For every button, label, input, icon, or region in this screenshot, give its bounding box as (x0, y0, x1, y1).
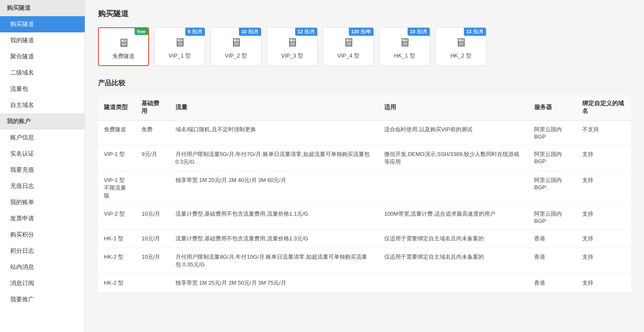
tunnel-card-3[interactable]: 12 元/月🖥VIP_3 型 (267, 27, 318, 66)
table-header-绑定自定义的域名: 绑定自定义的域名 (576, 95, 631, 121)
table-cell-5-3: 仅适用于需要绑定自主域名且尚未备案的 (378, 248, 528, 274)
table-row: VIP-1 型 不限流量版独享带宽 1M 20元/月 2M 40元/月 3M 6… (98, 171, 631, 205)
main-content: 购买隧道 free🖥免费隧道9 元/月🖥VIP_1 型10 元/月🖥VIP_2 … (85, 0, 644, 332)
table-cell-5-5: 支持 (576, 248, 631, 274)
table-cell-2-1 (135, 171, 169, 205)
table-cell-2-2: 独享带宽 1M 20元/月 2M 40元/月 3M 60元/月 (170, 171, 378, 205)
tunnel-card-4[interactable]: 120 元/年🖥VIP_4 型 (323, 27, 374, 66)
table-cell-2-3 (378, 171, 528, 205)
tunnel-card-name-1: VIP_1 型 (158, 52, 201, 60)
tunnel-card-name-6: HK_2 型 (439, 52, 483, 60)
table-cell-1-0: VIP-1 型 (98, 145, 135, 171)
tunnel-card-icon-0: 🖥 (102, 36, 145, 50)
table-cell-6-3 (378, 274, 528, 292)
table-header-适用: 适用 (378, 95, 528, 121)
table-cell-4-0: HK-1 型 (98, 230, 135, 248)
sidebar-item-二级域名[interactable]: 二级域名 (0, 65, 85, 81)
table-row: HK-1 型10元/月流量计费型,基础费用不包含流量费用,流量价格1.3元/G仅… (98, 230, 631, 248)
tunnel-card-name-3: VIP_3 型 (270, 52, 314, 60)
sidebar-item-消息订阅[interactable]: 消息订阅 (0, 275, 85, 292)
tunnel-card-badge-5: 10 元/月 (408, 28, 430, 36)
tunnel-card-2[interactable]: 10 元/月🖥VIP_2 型 (210, 27, 262, 66)
table-cell-4-3: 仅适用于需要绑定自主域名且尚未备案的 (378, 230, 528, 248)
sidebar-section-account: 我的账户 (0, 113, 85, 130)
tunnel-card-name-5: HK_1 型 (383, 52, 426, 60)
table-cell-3-2: 流量计费型,基础费用不包含流量费用,流量价格1.1元/G (170, 205, 378, 230)
sidebar-item-购买隧道[interactable]: 购买隧道 (0, 16, 85, 32)
page-title: 购买隧道 (98, 9, 631, 19)
tunnel-card-icon-3: 🖥 (270, 35, 314, 49)
sidebar-item-积分日志[interactable]: 积分日志 (0, 243, 85, 259)
sidebar-item-站内消息[interactable]: 站内消息 (0, 259, 85, 275)
table-cell-1-4: 阿里云国内BGP (528, 145, 576, 171)
table-cell-6-2: 独享带宽 1M 25元/月 2M 50元/月 3M 75元/月 (170, 274, 378, 292)
table-row: HK-2 型独享带宽 1M 25元/月 2M 50元/月 3M 75元/月香港支… (98, 274, 631, 292)
table-cell-5-2: 月付用户限制流量8G/月,年付10G/月.账单日流量清零,如超流量可单独购买流量… (170, 248, 378, 274)
tunnel-card-icon-5: 🖥 (383, 35, 426, 49)
sidebar-item-实名认证[interactable]: 实名认证 (0, 146, 85, 162)
tunnel-card-name-2: VIP_2 型 (214, 52, 258, 60)
tunnel-cards: free🖥免费隧道9 元/月🖥VIP_1 型10 元/月🖥VIP_2 型12 元… (98, 27, 631, 66)
table-cell-6-0: HK-2 型 (98, 274, 135, 292)
tunnel-card-6[interactable]: 13 元/月🖥HK_2 型 (435, 27, 486, 66)
tunnel-card-1[interactable]: 9 元/月🖥VIP_1 型 (154, 27, 205, 66)
sidebar-item-我要推广[interactable]: 我要推广 (0, 292, 85, 308)
table-row: 免费隧道免费域名/端口随机,且不定时强制更换适合临时使用,以及购买VIP前的测试… (98, 121, 631, 145)
tunnel-card-badge-4: 120 元/年 (349, 28, 374, 36)
tunnel-card-badge-0: free (135, 28, 148, 35)
table-cell-3-4: 阿里云国内BGP (528, 205, 576, 230)
table-row: VIP-1 型9元/月月付用户限制流量5G/月,年付7G/月.账单日流量清零,如… (98, 145, 631, 171)
table-cell-6-1 (135, 274, 169, 292)
table-header-服务器: 服务器 (528, 95, 576, 121)
table-cell-0-1: 免费 (135, 121, 169, 145)
tunnel-card-icon-2: 🖥 (214, 35, 258, 49)
tunnel-card-0[interactable]: free🖥免费隧道 (98, 27, 149, 66)
table-cell-4-4: 香港 (528, 230, 576, 248)
sidebar-item-充值日志[interactable]: 充值日志 (0, 178, 85, 194)
table-cell-2-0: VIP-1 型 不限流量版 (98, 171, 135, 205)
sidebar-item-我的账单[interactable]: 我的账单 (0, 194, 85, 211)
tunnel-card-icon-4: 🖥 (327, 35, 370, 49)
section-comparison-title: 产品比较 (98, 79, 631, 88)
table-cell-0-4: 阿里云国内BGP (528, 121, 576, 145)
table-header-流量: 流量 (170, 95, 378, 121)
table-cell-2-4: 阿里云国内BGP (528, 171, 576, 205)
table-row: VIP-2 型10元/月流量计费型,基础费用不包含流量费用,流量价格1.1元/G… (98, 205, 631, 230)
table-cell-6-4: 香港 (528, 274, 576, 292)
table-cell-1-1: 9元/月 (135, 145, 169, 171)
table-cell-1-5: 支持 (576, 145, 631, 171)
tunnel-card-badge-2: 10 元/月 (239, 28, 261, 36)
sidebar: 购买隧道 购买隧道我的隧道聚合隧道二级域名流量包自主域名 我的账户 账户信息实名… (0, 0, 85, 332)
sidebar-item-流量包[interactable]: 流量包 (0, 81, 85, 97)
table-cell-4-2: 流量计费型,基础费用不包含流量费用,流量价格1.3元/G (170, 230, 378, 248)
table-cell-0-2: 域名/端口随机,且不定时强制更换 (170, 121, 378, 145)
sidebar-item-账户信息[interactable]: 账户信息 (0, 130, 85, 146)
table-cell-4-5: 支持 (576, 230, 631, 248)
table-cell-6-5: 支持 (576, 274, 631, 292)
table-header-基础费用: 基础费用 (135, 95, 169, 121)
tunnel-card-name-0: 免费隧道 (102, 52, 145, 60)
sidebar-item-自主域名[interactable]: 自主域名 (0, 97, 85, 113)
tunnel-card-badge-6: 13 元/月 (464, 28, 486, 36)
table-header-隧道类型: 隧道类型 (98, 95, 135, 121)
table-cell-3-0: VIP-2 型 (98, 205, 135, 230)
sidebar-item-聚合隧道[interactable]: 聚合隧道 (0, 49, 85, 65)
tunnel-card-name-4: VIP_4 型 (327, 52, 370, 60)
sidebar-section-purchase: 购买隧道 (0, 0, 85, 16)
table-cell-0-0: 免费隧道 (98, 121, 135, 145)
tunnel-card-icon-1: 🖥 (158, 35, 201, 49)
sidebar-item-我的隧道[interactable]: 我的隧道 (0, 32, 85, 49)
sidebar-item-购买积分[interactable]: 购买积分 (0, 227, 85, 243)
table-cell-0-5: 不支持 (576, 121, 631, 145)
table-row: HK-2 型10元/月月付用户限制流量8G/月,年付10G/月.账单日流量清零,… (98, 248, 631, 274)
table-cell-1-3: 微信开发,DEMO演示,SSH/3389,较少人数同时在线游戏等应用 (378, 145, 528, 171)
sidebar-item-我要充值[interactable]: 我要充值 (0, 162, 85, 178)
sidebar-item-发票申请[interactable]: 发票申请 (0, 211, 85, 227)
tunnel-card-icon-6: 🖥 (439, 35, 483, 49)
tunnel-card-5[interactable]: 10 元/月🖥HK_1 型 (379, 27, 430, 66)
table-cell-5-1: 10元/月 (135, 248, 169, 274)
tunnel-card-badge-1: 9 元/月 (185, 28, 205, 36)
tunnel-card-badge-3: 12 元/月 (295, 28, 317, 36)
table-cell-3-5: 支持 (576, 205, 631, 230)
comparison-table: 隧道类型基础费用流量适用服务器绑定自定义的域名 免费隧道免费域名/端口随机,且不… (98, 95, 631, 292)
